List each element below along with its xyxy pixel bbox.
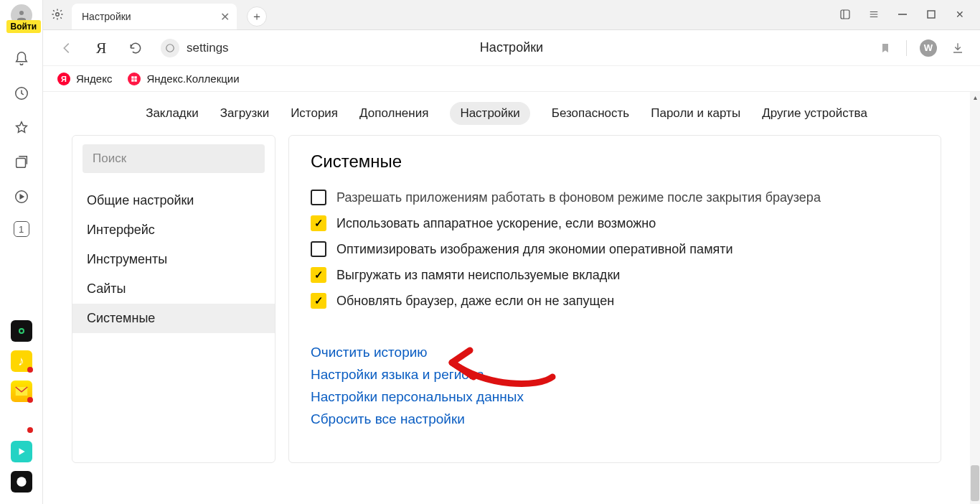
login-badge[interactable]: Войти bbox=[6, 20, 42, 33]
link-clear-history[interactable]: Очистить историю bbox=[311, 345, 941, 360]
lp-tools[interactable]: Инструменты bbox=[72, 245, 275, 274]
tab-close-icon[interactable]: ✕ bbox=[220, 10, 230, 24]
browser-sidebar: Войти 1 ♪ ＋ bbox=[0, 0, 43, 504]
svg-point-0 bbox=[19, 11, 24, 15]
window-controls: ✕ bbox=[831, 0, 980, 29]
window-close-icon[interactable]: ✕ bbox=[946, 0, 974, 29]
option-hardware-accel[interactable]: Использовать аппаратное ускорение, если … bbox=[289, 210, 941, 236]
nav-history[interactable]: История bbox=[291, 106, 338, 121]
nav-bookmarks[interactable]: Закладки bbox=[146, 106, 199, 121]
scroll-thumb[interactable] bbox=[971, 465, 979, 501]
browser-settings-gear-icon[interactable] bbox=[43, 0, 72, 29]
svg-rect-10 bbox=[135, 76, 137, 78]
alice-app-tile[interactable] bbox=[11, 471, 32, 493]
option-label: Выгружать из памяти неиспользуемые вклад… bbox=[336, 268, 620, 283]
settings-content: Закладки Загрузки История Дополнения Нас… bbox=[43, 92, 970, 504]
notebook-count-icon[interactable]: 1 bbox=[14, 221, 29, 237]
notebook-count-label: 1 bbox=[19, 224, 24, 235]
svg-point-4 bbox=[17, 477, 26, 486]
url-text[interactable]: settings bbox=[187, 41, 229, 55]
lp-general[interactable]: Общие настройки bbox=[72, 186, 275, 215]
account-avatar-wrap[interactable]: Войти bbox=[11, 4, 32, 26]
bookmark-label: Яндекс.Коллекции bbox=[146, 73, 239, 85]
link-personal-data[interactable]: Настройки персональных данных bbox=[311, 389, 941, 405]
window-minimize-icon[interactable] bbox=[888, 0, 917, 29]
nav-addons[interactable]: Дополнения bbox=[359, 106, 428, 121]
option-label: Оптимизировать изображения для экономии … bbox=[336, 242, 733, 257]
media-app-tile[interactable] bbox=[11, 441, 32, 462]
svg-rect-9 bbox=[132, 76, 134, 78]
search-placeholder: Поиск bbox=[93, 151, 126, 166]
svg-rect-6 bbox=[841, 10, 849, 19]
collections-icon[interactable] bbox=[11, 152, 32, 172]
svg-rect-7 bbox=[928, 11, 935, 18]
reload-icon[interactable] bbox=[126, 39, 145, 57]
play-later-icon[interactable] bbox=[11, 187, 32, 207]
option-label: Обновлять браузер, даже если он не запущ… bbox=[336, 294, 614, 309]
new-tab-button[interactable]: ＋ bbox=[247, 6, 267, 27]
settings-search-input[interactable]: Поиск bbox=[83, 144, 265, 173]
nav-passwords[interactable]: Пароли и карты bbox=[651, 106, 740, 121]
separator bbox=[906, 40, 907, 56]
ya-logo-icon[interactable]: Я bbox=[92, 39, 110, 57]
scroll-up-icon[interactable]: ▴ bbox=[970, 92, 980, 102]
scrollbar-track[interactable]: ▴ bbox=[970, 92, 980, 504]
lp-sites[interactable]: Сайты bbox=[72, 274, 275, 304]
link-lang-region[interactable]: Настройки языка и региона bbox=[311, 367, 941, 383]
bookmark-label: Яндекс bbox=[76, 73, 112, 85]
checkbox-icon[interactable] bbox=[311, 190, 326, 205]
checkbox-icon[interactable] bbox=[311, 293, 326, 309]
site-identity-icon[interactable] bbox=[161, 39, 179, 57]
settings-right-panel: Системные Разрешать приложениям работать… bbox=[288, 135, 941, 463]
bell-icon[interactable] bbox=[11, 49, 32, 69]
back-button-icon[interactable] bbox=[57, 39, 76, 57]
page-title: Настройки bbox=[480, 40, 543, 55]
mail-app-tile[interactable] bbox=[11, 381, 32, 402]
svg-point-5 bbox=[56, 13, 60, 17]
section-heading: Системные bbox=[289, 151, 941, 185]
option-label: Разрешать приложениям работать в фоновом… bbox=[336, 190, 821, 205]
favorites-star-icon[interactable] bbox=[11, 118, 32, 138]
nav-downloads[interactable]: Загрузки bbox=[220, 106, 269, 121]
svg-point-8 bbox=[166, 44, 174, 52]
svg-rect-11 bbox=[132, 79, 134, 81]
bookmarks-bar: Я Яндекс Яндекс.Коллекции bbox=[43, 66, 980, 92]
svg-rect-12 bbox=[135, 79, 137, 81]
link-reset-settings[interactable]: Сбросить все настройки bbox=[311, 411, 941, 427]
option-unload-tabs[interactable]: Выгружать из памяти неиспользуемые вклад… bbox=[289, 262, 941, 288]
lp-interface[interactable]: Интерфейс bbox=[72, 215, 275, 245]
svg-rect-2 bbox=[16, 159, 25, 168]
lp-system[interactable]: Системные bbox=[72, 304, 275, 333]
nav-security[interactable]: Безопасность bbox=[552, 106, 629, 121]
tab-title: Настройки bbox=[82, 11, 131, 22]
checkbox-icon[interactable] bbox=[311, 215, 326, 231]
nav-devices[interactable]: Другие устройства bbox=[762, 106, 867, 121]
bookmark-yandex-collections[interactable]: Яндекс.Коллекции bbox=[128, 73, 239, 85]
music-app-tile[interactable]: ♪ bbox=[11, 350, 32, 372]
address-bar-row: Я settings Настройки W bbox=[43, 30, 980, 66]
nav-settings[interactable]: Настройки bbox=[450, 102, 529, 125]
checkbox-icon[interactable] bbox=[311, 267, 326, 283]
option-optimize-images[interactable]: Оптимизировать изображения для экономии … bbox=[289, 236, 941, 262]
option-auto-update[interactable]: Обновлять браузер, даже если он не запущ… bbox=[289, 288, 941, 314]
extension-w-badge[interactable]: W bbox=[920, 39, 937, 57]
option-label: Использовать аппаратное ускорение, если … bbox=[336, 216, 656, 231]
option-background-apps[interactable]: Разрешать приложениям работать в фоновом… bbox=[289, 185, 941, 210]
menu-icon[interactable] bbox=[859, 0, 888, 29]
add-app-tile[interactable]: ＋ bbox=[11, 411, 32, 432]
browser-tab[interactable]: Настройки ✕ bbox=[72, 4, 237, 29]
bookmark-yandex[interactable]: Я Яндекс bbox=[57, 73, 112, 85]
yandex-favicon-icon: Я bbox=[57, 73, 70, 85]
checkbox-icon[interactable] bbox=[311, 241, 326, 257]
downloads-icon[interactable] bbox=[950, 40, 966, 56]
history-icon[interactable] bbox=[11, 83, 32, 103]
action-links: Очистить историю Настройки языка и регио… bbox=[289, 314, 941, 427]
collections-favicon-icon bbox=[128, 73, 141, 85]
camera-app-tile[interactable] bbox=[11, 320, 32, 342]
settings-top-nav: Закладки Загрузки История Дополнения Нас… bbox=[43, 92, 970, 135]
sidebar-toggle-icon[interactable] bbox=[831, 0, 859, 29]
window-maximize-icon[interactable] bbox=[917, 0, 946, 29]
settings-left-panel: Поиск Общие настройки Интерфейс Инструме… bbox=[72, 135, 275, 463]
bookmark-page-icon[interactable] bbox=[877, 40, 893, 56]
tab-strip: Настройки ✕ ＋ ✕ bbox=[43, 0, 980, 30]
